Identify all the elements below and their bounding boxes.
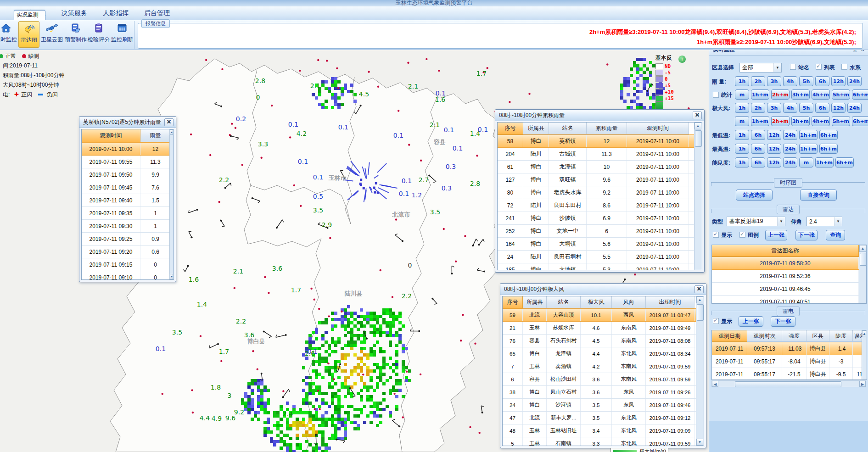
scroll-up-icon[interactable]: ▲ xyxy=(696,296,703,303)
range-button-1h[interactable]: 1h xyxy=(735,144,749,154)
radar-query-button[interactable]: 查询 xyxy=(826,230,845,240)
station-rain-row[interactable]: 2019-07-11 09:509.9 xyxy=(82,168,174,181)
range-button-3h[interactable]: 3h xyxy=(767,103,781,113)
range-button-6h+m[interactable]: 6h+m xyxy=(835,157,854,167)
extreme-wind-row[interactable]: 24博白沙河镇3.5东风2019-07-11 09:46 xyxy=(503,399,704,412)
station-select-button[interactable]: 站点选择 xyxy=(736,190,773,201)
range-button-1h+m[interactable]: 1h+m xyxy=(751,116,769,126)
accum-rain-row[interactable]: 164博白大垌镇5.62019-07-11 10:00 xyxy=(498,238,702,251)
col-obs-time[interactable]: 观测时间 xyxy=(82,129,140,142)
range-button-1h[interactable]: 1h xyxy=(735,76,749,86)
radar-image-row[interactable]: 2019-07-11 09:40:51 xyxy=(712,296,866,304)
extreme-wind-row[interactable]: 59北流大容山顶10.1西风2019-07-11 08:47 xyxy=(503,308,704,322)
radar-prev-button[interactable]: 上一张 xyxy=(765,230,787,240)
station-rain-row[interactable]: 2019-07-11 09:457.6 xyxy=(82,181,174,194)
radar-image-row[interactable]: 2019-07-11 09:52:36 xyxy=(712,270,866,283)
station-rain-row[interactable]: 2019-07-11 09:100 xyxy=(82,271,174,280)
toolbar-button-2[interactable]: 雷达图 xyxy=(18,21,39,48)
range-button-3h+m[interactable]: 3h+m xyxy=(791,116,810,126)
range-button-4h[interactable]: 4h xyxy=(783,103,797,113)
range-button-6h+m[interactable]: 6h+m xyxy=(852,116,868,126)
scroll-up-icon[interactable]: ▲ xyxy=(170,129,173,135)
accum-rain-window-titlebar[interactable]: 08时~10时00分钟累积雨量 🗙 xyxy=(495,110,704,121)
col-steepness[interactable]: 陡度 xyxy=(829,330,853,342)
accum-rain-row[interactable]: 58博白英桥镇122019-07-11 10:00 xyxy=(498,134,702,148)
extreme-wind-row[interactable]: 76容县石头石剑村4.5东南风2019-07-11 08:08 xyxy=(503,335,704,347)
range-button-1h+m[interactable]: 1h+m xyxy=(799,130,818,140)
legend-add-button[interactable]: + xyxy=(678,56,686,63)
station-rain-window-titlebar[interactable]: 英桥镇(N5702)逐5分钟累计雨量 🗙 xyxy=(79,117,176,128)
menu-tab[interactable]: 实况监测 xyxy=(14,10,45,20)
range-button-12h[interactable]: 12h xyxy=(831,103,846,113)
chevron-down-icon[interactable]: ▼ xyxy=(773,63,781,72)
col-district[interactable]: 区县 xyxy=(806,330,829,342)
range-button-6h[interactable]: 6h xyxy=(751,144,765,154)
chevron-down-icon[interactable]: ▼ xyxy=(834,217,842,226)
range-button-24h[interactable]: 24h xyxy=(783,144,797,154)
range-button-4h[interactable]: 4h xyxy=(783,76,797,86)
station-rain-row[interactable]: 2019-07-11 09:5511.3 xyxy=(82,156,174,168)
col-obs-date[interactable]: 观测日期 xyxy=(712,330,747,342)
accum-rain-window[interactable]: 08时~10时00分钟累积雨量 🗙 序号 所属县 站名 累积雨量 观测时间 58… xyxy=(495,109,705,273)
accum-rain-row[interactable]: 61博白龙潭镇102019-07-11 10:00 xyxy=(498,161,702,173)
extreme-wind-row[interactable]: 48玉林玉林站旧址3.4东北风2019-07-11 09:09 xyxy=(503,424,704,437)
col-rain[interactable]: 雨量 xyxy=(140,129,171,142)
extreme-wind-row[interactable]: 21玉林苏烟水库4.6东南风2019-07-11 09:49 xyxy=(503,322,704,335)
station-name-checkbox[interactable] xyxy=(790,64,796,70)
range-button-m[interactable]: m xyxy=(735,89,749,100)
menu-tab[interactable]: 人影指挥 xyxy=(96,7,135,20)
close-icon[interactable]: 🗙 xyxy=(693,112,702,119)
range-button-1h[interactable]: 1h xyxy=(735,157,749,167)
range-button-2h[interactable]: 2h xyxy=(751,103,765,113)
scroll-up-icon[interactable]: ▲ xyxy=(859,245,866,252)
extreme-wind-window-titlebar[interactable]: 08时~10时00分钟极大风 🗙 xyxy=(500,284,706,295)
scroll-down-icon[interactable]: ▼ xyxy=(170,274,173,279)
range-button-2h[interactable]: 2h xyxy=(751,76,765,86)
station-rain-row[interactable]: 2019-07-11 09:301 xyxy=(82,220,174,233)
extreme-wind-row[interactable]: 5玉林石南镇3.3东北风2019-07-11 09:59 xyxy=(503,437,704,446)
range-button-m[interactable]: m xyxy=(799,157,813,167)
accum-rain-row[interactable]: 204陆川古城镇11.32019-07-11 10:00 xyxy=(498,148,702,161)
range-button-1h+m[interactable]: 1h+m xyxy=(815,157,834,167)
col-county[interactable]: 所属县 xyxy=(523,296,547,308)
station-rain-row[interactable]: 2019-07-11 09:401.5 xyxy=(82,194,174,207)
lightning-h-scrollbar[interactable]: ◀ ▶ xyxy=(711,380,866,387)
list-checkbox[interactable] xyxy=(816,64,822,70)
accum-rain-row[interactable]: 72陆川良田车田村8.62019-07-11 10:00 xyxy=(498,199,702,212)
col-obstime[interactable]: 观测时间 xyxy=(627,123,689,134)
close-icon[interactable]: 🗙 xyxy=(164,118,174,126)
close-icon[interactable]: 🗙 xyxy=(694,285,704,293)
lightning-row[interactable]: 2019-07-1109:55:17-8.04博白县-3 xyxy=(712,355,867,368)
stat-checkbox[interactable] xyxy=(713,92,719,98)
scroll-thumb[interactable] xyxy=(697,304,704,321)
range-button-1h[interactable]: 1h xyxy=(735,130,749,140)
range-button-4h+m[interactable]: 4h+m xyxy=(812,89,830,100)
radar-next-button[interactable]: 下一张 xyxy=(795,230,818,240)
range-button-24h[interactable]: 24h xyxy=(783,130,797,140)
elevation-select[interactable]: 2.4 ▼ xyxy=(806,217,842,226)
col-index[interactable]: 序号 xyxy=(498,123,523,134)
accum-rain-row[interactable]: 252博白文地一中62019-07-11 10:00 xyxy=(498,225,702,238)
radar-list-scrollbar[interactable]: ▲ xyxy=(859,245,866,303)
lightning-row[interactable]: 2019-07-1109:55:17-21.5博白县-9.511 xyxy=(712,368,867,380)
radar-type-select[interactable]: 基本反射率19 ▼ xyxy=(727,217,785,226)
range-button-24h[interactable]: 24h xyxy=(783,157,797,167)
extreme-wind-row[interactable]: 65博白龙潭镇4.4东北风2019-07-11 08:34 xyxy=(503,347,704,360)
range-button-12h[interactable]: 12h xyxy=(831,76,846,86)
station-rain-row[interactable]: 2019-07-11 09:250.9 xyxy=(82,233,174,246)
extreme-wind-window[interactable]: 08时~10时00分钟极大风 🗙 序号 所属县 站名 极大风 风向 出现时间 5… xyxy=(500,283,706,448)
radar-show-checkbox[interactable] xyxy=(713,232,719,238)
range-button-5h[interactable]: 5h xyxy=(799,76,813,86)
toolbar-button-4[interactable]: 预警制作 xyxy=(64,21,87,48)
scroll-up-icon[interactable]: ▲ xyxy=(694,123,701,129)
station-rain-row[interactable]: 2019-07-11 10:0012 xyxy=(82,142,174,156)
window-titlebar[interactable]: 玉林生态环境气象监测预警平台 xyxy=(0,0,868,6)
range-button-5h+m[interactable]: 5h+m xyxy=(832,89,850,100)
range-button-1h+m[interactable]: 1h+m xyxy=(751,89,769,100)
accum-rain-row[interactable]: 127博白双旺镇9.62019-07-11 10:00 xyxy=(498,173,702,186)
col-station[interactable]: 站名 xyxy=(547,296,581,308)
accum-rain-row[interactable]: 24陆川良田石垌村5.52019-07-11 10:00 xyxy=(498,251,702,263)
lightning-v-scrollbar[interactable]: ▲ xyxy=(862,330,867,379)
range-button-24h[interactable]: 24h xyxy=(847,103,862,113)
range-button-12h[interactable]: 12h xyxy=(767,144,781,154)
